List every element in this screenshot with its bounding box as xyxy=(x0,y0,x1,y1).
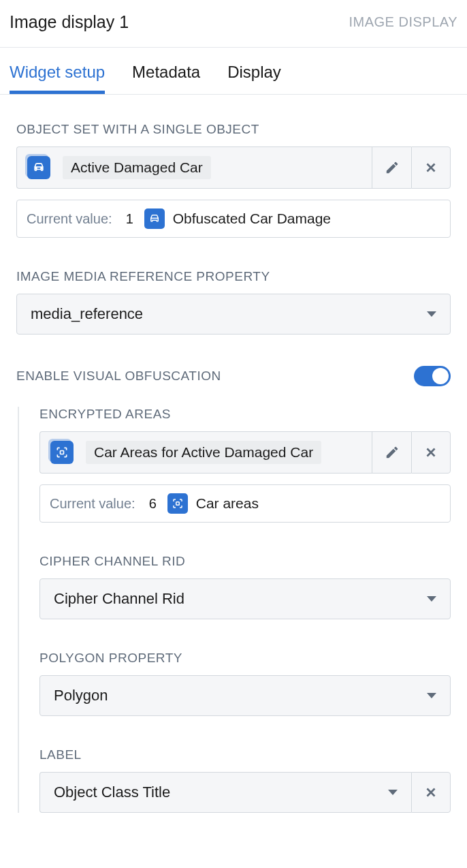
remove-button[interactable] xyxy=(411,431,451,474)
obfuscation-label: ENABLE VISUAL OBFUSCATION xyxy=(16,369,221,384)
object-set-field: Active Damaged Car xyxy=(16,146,451,189)
polygon-value: Polygon xyxy=(54,687,108,704)
label-select[interactable]: Object Class Title xyxy=(39,772,411,813)
header: Image display 1 IMAGE DISPLAY xyxy=(0,0,467,48)
object-set-label: OBJECT SET WITH A SINGLE OBJECT xyxy=(16,122,451,137)
polygon-label: POLYGON PROPERTY xyxy=(39,651,451,666)
label-value: Object Class Title xyxy=(54,784,170,801)
current-value-count: 1 xyxy=(126,211,133,227)
content: OBJECT SET WITH A SINGLE OBJECT Active D… xyxy=(0,95,467,813)
tab-metadata[interactable]: Metadata xyxy=(132,48,200,94)
page-title: Image display 1 xyxy=(10,12,129,32)
svg-rect-2 xyxy=(61,451,64,454)
widget-type-label: IMAGE DISPLAY xyxy=(349,14,457,30)
obfuscation-toggle[interactable] xyxy=(414,366,451,386)
obfuscation-settings: ENCRYPTED AREAS Car Areas for Active Dam… xyxy=(18,407,451,813)
current-value-label: Current value: xyxy=(27,211,112,227)
edit-button[interactable] xyxy=(372,431,411,474)
encrypted-areas-field: Car Areas for Active Damaged Car xyxy=(39,431,451,474)
chevron-down-icon xyxy=(388,790,398,795)
encrypted-current-value: Current value: 6 Car areas xyxy=(39,484,451,523)
current-value-count: 6 xyxy=(149,496,157,512)
scan-icon xyxy=(167,493,188,514)
media-ref-label: IMAGE MEDIA REFERENCE PROPERTY xyxy=(16,269,451,284)
svg-rect-3 xyxy=(176,502,180,506)
toggle-knob xyxy=(432,368,449,384)
edit-button[interactable] xyxy=(372,146,411,189)
tab-display[interactable]: Display xyxy=(227,48,281,94)
current-value-text: Car areas xyxy=(196,495,259,512)
scan-icon xyxy=(50,441,74,464)
obfuscation-row: ENABLE VISUAL OBFUSCATION xyxy=(16,366,451,386)
media-ref-select[interactable]: media_reference xyxy=(16,294,451,335)
chevron-down-icon xyxy=(427,311,436,317)
encrypted-areas-chip[interactable]: Car Areas for Active Damaged Car xyxy=(39,431,372,474)
encrypted-areas-label: ENCRYPTED AREAS xyxy=(39,407,451,422)
current-value-label: Current value: xyxy=(50,496,135,512)
remove-button[interactable] xyxy=(411,146,451,189)
cipher-value: Cipher Channel Rid xyxy=(54,590,184,608)
svg-point-0 xyxy=(35,168,37,169)
object-set-chip[interactable]: Active Damaged Car xyxy=(16,146,372,189)
current-value-text: Obfuscated Car Damage xyxy=(173,211,331,227)
car-icon xyxy=(27,156,50,179)
encrypted-areas-chip-text: Car Areas for Active Damaged Car xyxy=(86,441,321,464)
object-set-chip-text: Active Damaged Car xyxy=(63,156,211,179)
car-icon xyxy=(144,208,165,229)
polygon-select[interactable]: Polygon xyxy=(39,675,451,716)
remove-button[interactable] xyxy=(411,772,451,813)
cipher-label: CIPHER CHANNEL RID xyxy=(39,554,451,569)
tab-widget-setup[interactable]: Widget setup xyxy=(10,48,105,94)
chevron-down-icon xyxy=(427,693,436,698)
media-ref-value: media_reference xyxy=(31,305,143,323)
tabs: Widget setup Metadata Display xyxy=(0,48,467,95)
label-field-label: LABEL xyxy=(39,747,451,762)
svg-point-1 xyxy=(41,168,42,169)
chevron-down-icon xyxy=(427,596,436,602)
object-set-current-value: Current value: 1 Obfuscated Car Damage xyxy=(16,200,451,238)
cipher-select[interactable]: Cipher Channel Rid xyxy=(39,578,451,619)
